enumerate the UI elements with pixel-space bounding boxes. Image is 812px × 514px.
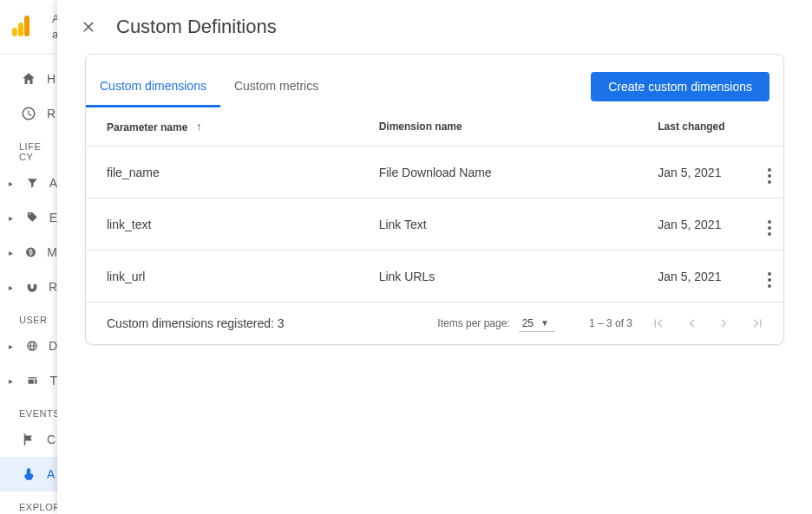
table-row: file_name File Download Name Jan 5, 2021 — [86, 146, 783, 198]
sidebar-item-conversions[interactable]: C — [0, 422, 57, 457]
create-custom-dimensions-button[interactable]: Create custom dimensions — [591, 72, 769, 101]
pagination-range: 1 – 3 of 3 — [589, 317, 632, 329]
cell-dimension: Link Text — [379, 198, 658, 250]
more-vert-icon — [768, 272, 771, 288]
column-header-dimension[interactable]: Dimension name — [379, 107, 658, 146]
sidebar-item-tech[interactable]: ▸ T — [0, 363, 57, 398]
sidebar-item-label: C — [47, 433, 56, 446]
cell-parameter: link_text — [86, 198, 379, 250]
touch-icon — [21, 466, 36, 482]
row-actions-button[interactable] — [756, 146, 783, 198]
funnel-icon — [26, 175, 39, 191]
sidebar-item-label: E — [49, 211, 57, 224]
expand-icon: ▸ — [9, 179, 16, 188]
dollar-icon — [25, 244, 36, 260]
expand-icon: ▸ — [9, 248, 15, 257]
prev-page-button[interactable] — [683, 315, 700, 332]
items-per-page-label: Items per page: — [437, 317, 509, 329]
sidebar-item-acquisition[interactable]: ▸ A — [0, 166, 57, 200]
analytics-logo — [12, 16, 33, 36]
sidebar-item-demographics[interactable]: ▸ D — [0, 329, 57, 363]
table-footer: Custom dimensions registered: 3 Items pe… — [86, 303, 783, 344]
cell-dimension: Link URLs — [379, 250, 658, 303]
cell-parameter: file_name — [86, 146, 379, 198]
tab-custom-dimensions[interactable]: Custom dimensions — [86, 65, 220, 107]
expand-icon: ▸ — [9, 376, 16, 386]
sidebar-item-engagement[interactable]: ▸ E — [0, 200, 57, 235]
sidebar-item-label: T — [49, 374, 57, 387]
row-actions-button[interactable] — [756, 250, 783, 303]
page-size-select[interactable]: 25 ▼ — [519, 316, 554, 332]
pager — [650, 315, 766, 332]
expand-icon: ▸ — [9, 213, 16, 223]
sidebar-section-user: USER — [0, 304, 57, 329]
last-page-button[interactable] — [749, 315, 766, 332]
close-button[interactable] — [78, 16, 99, 37]
sidebar-item-home[interactable]: H — [0, 62, 57, 96]
sidebar-item-label: D — [49, 339, 57, 353]
cell-date: Jan 5, 2021 — [658, 250, 756, 303]
tabs: Custom dimensions Custom metrics — [86, 65, 332, 107]
sidebar-item-label: R — [47, 107, 56, 120]
column-header-last-changed[interactable]: Last changed — [658, 107, 756, 146]
background-sidebar: A a H R LIFE CY ▸ A ▸ E ▸ M ▸ — [0, 0, 57, 514]
cell-date: Jan 5, 2021 — [658, 198, 756, 250]
definitions-card: Custom dimensions Custom metrics Create … — [85, 54, 784, 345]
panel-header: Custom Definitions — [57, 0, 812, 54]
sidebar-item-label: H — [47, 72, 56, 86]
page-size-value: 25 — [522, 317, 534, 329]
sidebar-item-all-events[interactable]: A — [0, 457, 57, 491]
first-page-button[interactable] — [650, 315, 667, 332]
cell-date: Jan 5, 2021 — [658, 146, 756, 198]
sidebar-item-label: A — [49, 176, 57, 190]
last-page-icon — [750, 316, 765, 331]
tag-icon — [26, 210, 39, 225]
dimensions-table: Parameter name ↑ Dimension name Last cha… — [86, 107, 783, 303]
sidebar-item-label: M — [47, 245, 57, 259]
column-header-parameter[interactable]: Parameter name ↑ — [86, 107, 379, 146]
sidebar-section-events: EVENTS — [0, 398, 57, 422]
table-row: link_text Link Text Jan 5, 2021 — [86, 198, 783, 250]
close-icon — [80, 18, 97, 36]
flag-icon — [21, 432, 36, 447]
more-vert-icon — [768, 168, 771, 184]
row-actions-button[interactable] — [756, 198, 783, 250]
magnet-icon — [26, 279, 38, 295]
sidebar-section-life-cycle: LIFE CY — [0, 131, 57, 166]
dropdown-caret-icon: ▼ — [540, 318, 549, 328]
sidebar-item-label: R — [49, 280, 57, 294]
sidebar-section-explore: EXPLOR — [0, 491, 57, 514]
column-header-label: Parameter name — [107, 121, 187, 133]
table-row: link_url Link URLs Jan 5, 2021 — [86, 250, 783, 303]
devices-icon — [26, 373, 39, 388]
sidebar-item-retention[interactable]: ▸ R — [0, 270, 57, 304]
tab-custom-metrics[interactable]: Custom metrics — [220, 65, 332, 107]
sidebar-item-monetization[interactable]: ▸ M — [0, 235, 57, 270]
sidebar-item-label: A — [47, 467, 55, 481]
cell-dimension: File Download Name — [379, 146, 658, 198]
cell-parameter: link_url — [86, 250, 379, 303]
sidebar-item-realtime[interactable]: R — [0, 96, 57, 131]
expand-icon: ▸ — [9, 342, 16, 351]
globe-icon — [26, 338, 38, 354]
chevron-left-icon — [684, 316, 699, 331]
more-vert-icon — [768, 220, 771, 236]
sort-ascending-icon: ↑ — [196, 120, 202, 133]
chevron-right-icon — [717, 316, 732, 331]
expand-icon: ▸ — [9, 283, 16, 292]
registered-count: Custom dimensions registered: 3 — [107, 316, 437, 330]
next-page-button[interactable] — [716, 315, 733, 332]
home-icon — [21, 71, 36, 87]
custom-definitions-panel: Custom Definitions Custom dimensions Cus… — [57, 0, 812, 514]
panel-title: Custom Definitions — [116, 16, 277, 38]
clock-icon — [21, 106, 36, 121]
first-page-icon — [651, 316, 666, 331]
